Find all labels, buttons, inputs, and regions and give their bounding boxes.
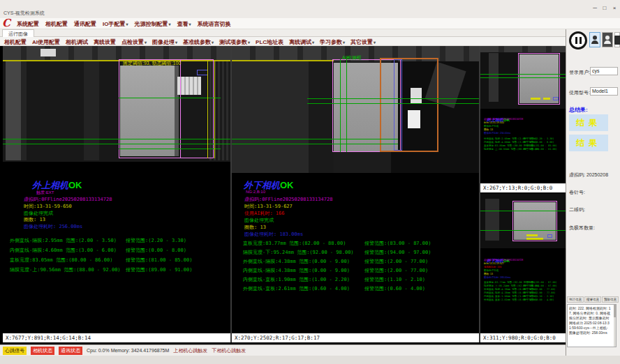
roi-box-blue — [394, 59, 402, 151]
alarm-range: 报警范围:(89.00 - 91.00) — [126, 266, 192, 273]
status-ok: OK — [68, 180, 82, 190]
tool-test-params[interactable]: 测试项参数▾ — [219, 38, 250, 46]
measure-row: 外侧直线-隔膜:2.95mm 范围:(2.00 - 3.50) — [10, 237, 117, 244]
log-scrollbar-thumb[interactable] — [614, 305, 616, 317]
title-bar: CYS-视觉检测系统 ─ □ × — [0, 0, 620, 18]
tab-stats-info[interactable]: 统计信息 — [567, 296, 584, 303]
tag-box-blue — [553, 97, 559, 100]
minimize-icon[interactable]: ─ — [591, 4, 599, 12]
mini-alarm-range: 报警范围:(2.00 - 77.00) — [524, 288, 556, 291]
mini-top-barcode: 虚拟码:0FFline20250208133134728 — [484, 118, 523, 121]
measure-line — [3, 144, 230, 144]
pause-icon — [580, 37, 582, 44]
chevron-down-icon: ▾ — [212, 40, 214, 45]
neg-tab-count-label: 负极耳数量: — [569, 225, 595, 232]
measure-line — [3, 139, 230, 139]
mini-bottom-pixel-coords: X:311;Y:980;R:0;G:0;B:0 — [480, 333, 566, 342]
pause-button[interactable] — [569, 31, 587, 50]
menu-comm-config[interactable]: 通讯配置 — [74, 20, 96, 28]
mini-bottom-done: 图像处理完成 — [484, 269, 499, 272]
center-camera-view[interactable]: AI检测框 — [232, 46, 479, 173]
tool-camera-config[interactable]: 相机配置 — [4, 38, 27, 46]
menu-io-config[interactable]: IO手配置▾ — [103, 20, 128, 28]
mini-top-camera-view[interactable] — [480, 46, 566, 109]
menu-camera-config[interactable]: 相机配置 — [45, 20, 68, 28]
logout-door-icon — [614, 36, 620, 45]
mini-bottom-camera-view[interactable] — [480, 194, 566, 248]
menu-language-switch[interactable]: 系统语言切换 — [198, 20, 231, 28]
app-logo-icon: C — [2, 17, 10, 29]
login-user-label: 登录用户: — [569, 69, 590, 76]
user-icon — [593, 36, 597, 40]
user-switch-button[interactable] — [602, 32, 613, 47]
machine-column — [21, 61, 27, 160]
machine-beam — [480, 46, 566, 52]
tool-spot-check[interactable]: 点检设置▾ — [121, 38, 147, 46]
vcode-label: 虚拟码: 20250208 — [569, 172, 608, 179]
app-window: CYS-视觉检测系统 ─ □ × C 系统配置 相机配置 通讯配置 IO手配置▾… — [0, 0, 620, 364]
login-user-field[interactable]: cys — [590, 67, 618, 75]
tool-other-settings[interactable]: 其它设置▾ — [350, 38, 376, 46]
mini-alarm-range: 报警范围:(2.00 - 77.00) — [524, 291, 556, 294]
menu-view[interactable]: 查看▾ — [177, 20, 191, 28]
measure-line — [480, 77, 566, 78]
chevron-down-icon: ▾ — [343, 40, 345, 45]
chevron-down-icon: ▾ — [374, 40, 376, 45]
maximize-icon[interactable]: □ — [600, 4, 609, 12]
user-icon — [605, 36, 610, 40]
tool-ai-config[interactable]: AI使用配置 — [32, 38, 60, 46]
tool-baseline-params[interactable]: 基准线参数▾ — [183, 38, 214, 46]
chevron-down-icon: ▾ — [126, 22, 128, 26]
model-label: 使用型号: — [569, 89, 590, 96]
machine-column — [6, 61, 21, 160]
pause-icon — [575, 37, 577, 44]
tab-alarm-info[interactable]: 报警信息 — [584, 296, 601, 303]
mini-alarm-range: 报警范围:(0.60 - 4.00) — [524, 298, 554, 301]
tool-offline-debug[interactable]: 离线调试▾ — [289, 38, 314, 46]
vcode-value: 20250208 — [586, 172, 608, 177]
measure-line — [232, 139, 398, 139]
chevron-down-icon: ▾ — [248, 40, 250, 45]
measure-row: 内侧直线-直板:1.90mm 范围:(1.00 - 2.20) — [243, 276, 350, 283]
bottom-camera-heartbeat: 下相机心跳触发 — [212, 347, 246, 354]
qr-label: 二维码: — [569, 206, 585, 213]
machine-region — [232, 61, 309, 173]
alarm-range: 报警范围:(83.00 - 87.00) — [364, 240, 431, 247]
tool-image-processing[interactable]: 图像处理▾ — [152, 38, 177, 46]
model-field[interactable]: Model1 — [590, 87, 618, 96]
bottom-strip — [0, 356, 620, 364]
machine-beam — [3, 46, 230, 60]
mini-label-yellow — [543, 98, 550, 100]
alarm-range: 报警范围:(2.20 - 3.30) — [126, 237, 186, 244]
mini-bottom-ai: 使用AI耗时: 166 — [484, 266, 501, 268]
left-camera-view[interactable]: 固定阈值:93, 动态阈值:100 — [3, 46, 230, 162]
tool-plc-address[interactable]: PLC地址表 — [256, 38, 283, 46]
mini-alarm-range: 报警范围:(94.00 - 97.00) — [524, 285, 557, 287]
logout-button[interactable] — [614, 32, 620, 47]
bright-part — [411, 88, 422, 103]
tool-offline-settings[interactable]: 离线设置 — [94, 38, 116, 46]
center-ai-elapsed: 使用AI耗时: 166 — [244, 210, 285, 217]
alarm-range: 报警范围:(94.00 - 97.00) — [364, 249, 431, 256]
tab-reserved-info[interactable]: 预留信息 — [602, 296, 619, 303]
result-box-2: 结果 — [569, 135, 608, 151]
tag-box-blue — [547, 234, 552, 238]
machine-column — [485, 199, 499, 241]
tool-camera-debug[interactable]: 相机调试 — [66, 38, 88, 46]
comm-status-badge: 通讯状态 — [59, 347, 82, 355]
toolbar-items: 相机配置 AI使用配置 相机调试 离线设置 点检设置▾ 图像处理▾ 基准线参数▾… — [4, 38, 376, 46]
mini-bottom-elapsed: 图像处理耗时: 183.00ms — [484, 276, 510, 279]
menu-light-config[interactable]: 光源控制配置▾ — [134, 20, 170, 28]
center-pixel-coords: X:270;Y:2502;R:17;G:17;B:17 — [232, 333, 479, 342]
measure-row: 直板宽度:83.05mm 范围:(80.00 - 86.00) — [10, 257, 112, 264]
user-login-button[interactable] — [589, 32, 600, 47]
menu-system-config[interactable]: 系统配置 — [17, 20, 39, 28]
mini-alarm-range: 报警范围:(81.00 - 85.00) — [524, 144, 557, 147]
status-ok: OK — [280, 180, 294, 190]
log-box[interactable]: 耗时: 222, 网络检测耗时: 17, 网络分类耗时: 0, 网络视频分区耗时… — [567, 304, 617, 347]
measure-row: 外侧直线-隔膜:4.38mm 范围:(0.00 - 9.00) — [243, 258, 350, 265]
bright-part — [40, 49, 56, 56]
close-icon[interactable]: × — [610, 4, 619, 12]
tool-learning-params[interactable]: 学习参数▾ — [320, 38, 345, 46]
tab-run-image[interactable]: 运行图像 — [2, 29, 34, 37]
